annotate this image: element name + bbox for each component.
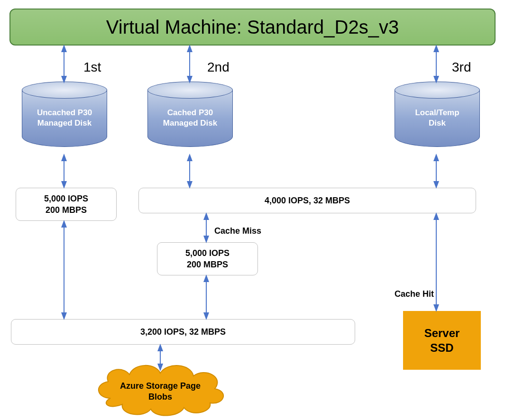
disk-uncached-line2: Managed Disk: [37, 119, 92, 128]
disk-cylinder-top: [147, 82, 233, 99]
disk-cylinder-top: [22, 82, 107, 99]
cloud-line2: Blobs: [148, 392, 172, 402]
label-cache-miss: Cache Miss: [214, 226, 261, 236]
disk-cached-line2: Managed Disk: [163, 119, 217, 128]
label-1st: 1st: [83, 60, 101, 75]
stat-cached-text: 4,000 IOPS, 32 MBPS: [265, 195, 350, 206]
disk-cylinder-top: [395, 82, 480, 99]
disk-uncached-line1: Uncached P30: [37, 108, 92, 117]
disk-uncached: Uncached P30 Managed Disk: [22, 82, 107, 155]
disk-local-line2: Disk: [429, 119, 446, 128]
vm-title: Virtual Machine: Standard_D2s_v3: [106, 17, 399, 38]
stat-cache-miss: 5,000 IOPS 200 MBPS: [157, 242, 258, 275]
disk-local-line1: Local/Temp: [415, 108, 459, 117]
disk-cached-line1: Cached P30: [167, 108, 213, 117]
stat-uncached-line1: 5,000 IOPS: [44, 194, 88, 203]
cloud-line1: Azure Storage Page: [120, 381, 201, 391]
ssd-line2: SSD: [430, 341, 453, 354]
disk-local-label: Local/Temp Disk: [395, 108, 480, 128]
stat-cache-miss-line1: 5,000 IOPS: [185, 248, 230, 258]
stat-cached: 4,000 IOPS, 32 MBPS: [138, 188, 476, 213]
label-2nd: 2nd: [207, 60, 230, 75]
stat-uncached: 5,000 IOPS 200 MBPS: [16, 188, 117, 221]
disk-uncached-label: Uncached P30 Managed Disk: [22, 108, 107, 128]
stat-uncached-line2: 200 MBPS: [46, 205, 87, 215]
disk-cached-label: Cached P30 Managed Disk: [147, 108, 233, 128]
disk-cached: Cached P30 Managed Disk: [147, 82, 233, 155]
disk-local: Local/Temp Disk: [395, 82, 480, 155]
ssd-line1: Server: [424, 327, 460, 339]
storage-cloud: Azure Storage Page Blobs: [92, 358, 229, 420]
label-3rd: 3rd: [452, 60, 471, 75]
stat-blob-text: 3,200 IOPS, 32 MBPS: [140, 326, 226, 338]
stat-cache-miss-line2: 200 MBPS: [187, 260, 228, 269]
vm-title-box: Virtual Machine: Standard_D2s_v3: [9, 9, 496, 46]
cloud-label: Azure Storage Page Blobs: [92, 381, 229, 403]
server-ssd-box: Server SSD: [403, 311, 481, 370]
label-cache-hit: Cache Hit: [395, 289, 434, 299]
stat-blob: 3,200 IOPS, 32 MBPS: [11, 319, 355, 345]
